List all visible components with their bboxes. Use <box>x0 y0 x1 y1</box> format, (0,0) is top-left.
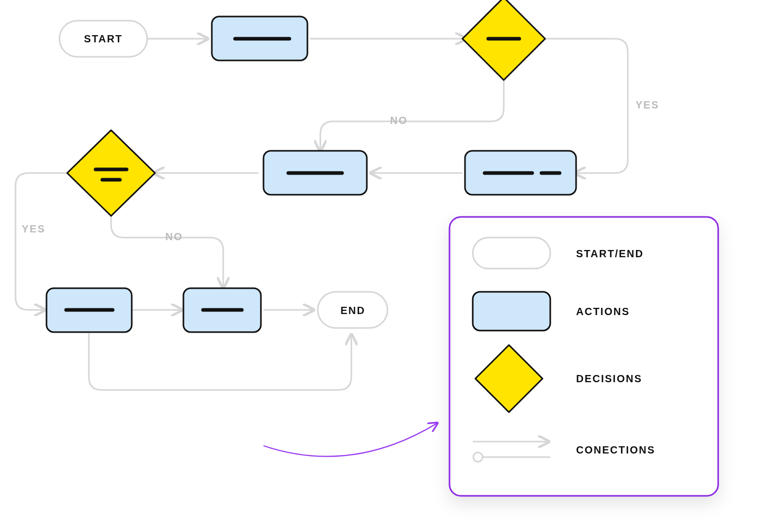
edge-label-d2-no: NO <box>165 231 183 242</box>
legend-startend-label: START/END <box>576 248 644 259</box>
edge-action4-to-end-under <box>89 333 351 390</box>
edge-label-d2-yes: YES <box>22 223 45 234</box>
svg-text:END: END <box>340 305 365 316</box>
node-start: START <box>59 21 147 57</box>
legend-connections-label: CONECTIONS <box>576 444 655 456</box>
node-action-2 <box>465 151 576 195</box>
edge-decision2-no <box>111 214 223 287</box>
edge-label-d1-no: NO <box>390 115 408 126</box>
node-decision-1 <box>462 0 545 80</box>
legend-startend-icon <box>473 238 550 269</box>
node-decision-2 <box>67 130 155 216</box>
node-action-4 <box>47 288 132 332</box>
node-action-3 <box>264 151 367 195</box>
svg-point-21 <box>473 452 483 462</box>
node-end: END <box>318 292 388 328</box>
legend-action-icon <box>473 292 550 331</box>
node-action-1 <box>212 17 307 60</box>
legend-action-label: ACTIONS <box>576 306 630 317</box>
legend-pointer-arrow <box>264 424 437 457</box>
edge-label-d1-yes: YES <box>636 99 659 111</box>
legend-panel: START/END ACTIONS DECISIONS CONECTIONS <box>450 217 718 496</box>
edge-decision1-no <box>320 80 504 150</box>
node-action-5 <box>183 288 261 332</box>
legend-decision-label: DECISIONS <box>576 373 642 384</box>
svg-text:START: START <box>84 33 122 44</box>
